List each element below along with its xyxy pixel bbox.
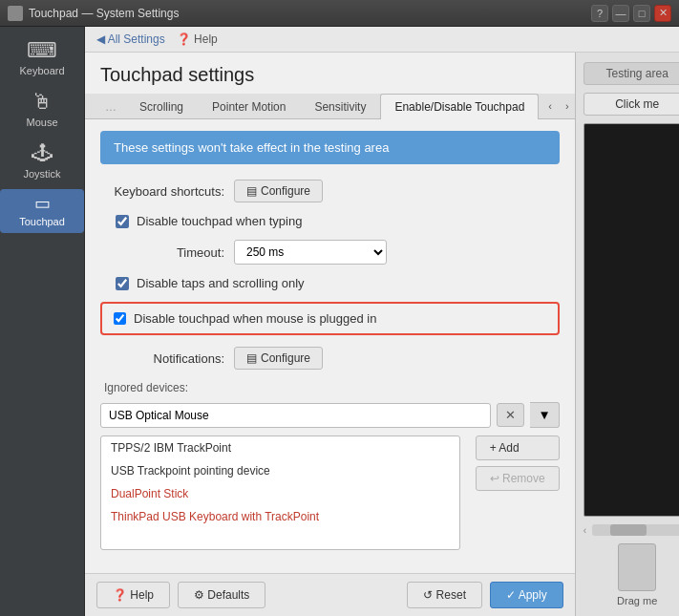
testing-panel: Testing area Click me ‹ › Drag me bbox=[575, 53, 679, 616]
testing-area-label: Testing area bbox=[584, 62, 679, 85]
disable-typing-row: Disable touchpad when typing bbox=[100, 214, 560, 228]
remove-device-btn[interactable]: ↩ Remove bbox=[476, 466, 560, 491]
horizontal-scrollbar[interactable] bbox=[592, 524, 679, 536]
list-item-usb-tp[interactable]: USB Trackpoint pointing device bbox=[101, 459, 459, 482]
settings-content: These settings won't take effect in the … bbox=[85, 119, 575, 573]
mouse-icon: 🖱 bbox=[32, 92, 53, 113]
page-title: Touchpad settings bbox=[85, 53, 575, 94]
joystick-icon: 🕹 bbox=[32, 143, 53, 164]
help-nav-button[interactable]: ❓ Help bbox=[177, 32, 218, 46]
drag-me-label: Drag me bbox=[617, 595, 657, 606]
timeout-row: Timeout: 250 ms bbox=[100, 240, 560, 265]
list-item-tpps2[interactable]: TPPS/2 IBM TrackPoint bbox=[101, 436, 459, 459]
drag-area: Drag me bbox=[617, 543, 657, 606]
sidebar-item-joystick[interactable]: 🕹 Joystick bbox=[0, 138, 84, 185]
tabs-container: … Scrolling Pointer Motion Sensitivity E… bbox=[85, 94, 575, 119]
maximize-button[interactable]: □ bbox=[633, 5, 650, 22]
testing-scroll-row: ‹ › bbox=[584, 524, 679, 536]
timeout-select[interactable]: 250 ms bbox=[234, 240, 387, 265]
clear-device-btn[interactable]: ✕ bbox=[497, 403, 524, 427]
device-list-area: TPPS/2 IBM TrackPoint USB Trackpoint poi… bbox=[100, 435, 560, 550]
keyboard-shortcuts-row: Keyboard shortcuts: ▤ Configure bbox=[100, 180, 560, 202]
list-item-dualpoint[interactable]: DualPoint Stick bbox=[101, 482, 459, 505]
help-titlebar-button[interactable]: ? bbox=[591, 5, 608, 22]
tab-next-arrow[interactable]: › bbox=[560, 96, 575, 116]
notifications-configure-label: Configure bbox=[261, 351, 310, 365]
device-input-row: ✕ ▼ bbox=[100, 402, 560, 428]
notifications-row: Notifications: ▤ Configure bbox=[100, 347, 560, 370]
scroll-left-arrow[interactable]: ‹ bbox=[584, 525, 586, 536]
sidebar: ⌨ Keyboard 🖱 Mouse 🕹 Joystick ▭ Touchpad bbox=[0, 27, 85, 616]
settings-panel: Touchpad settings … Scrolling Pointer Mo… bbox=[85, 53, 575, 616]
disable-mouse-checkbox[interactable] bbox=[114, 312, 126, 325]
titlebar-left: Touchpad — System Settings bbox=[8, 6, 179, 21]
scrollbar-thumb bbox=[610, 524, 647, 536]
disable-mouse-highlight-box: Disable touchpad when mouse is plugged i… bbox=[100, 302, 560, 335]
titlebar-controls: ? — □ ✕ bbox=[591, 5, 671, 22]
main-container: ⌨ Keyboard 🖱 Mouse 🕹 Joystick ▭ Touchpad… bbox=[0, 27, 679, 616]
titlebar-title: Touchpad — System Settings bbox=[29, 7, 179, 20]
config-icon: ▤ bbox=[246, 184, 257, 198]
titlebar: Touchpad — System Settings ? — □ ✕ bbox=[0, 0, 679, 27]
sidebar-item-keyboard[interactable]: ⌨ Keyboard bbox=[0, 34, 84, 82]
apply-btn[interactable]: ✓ Apply bbox=[490, 582, 563, 608]
keyboard-shortcuts-label: Keyboard shortcuts: bbox=[100, 184, 224, 199]
sidebar-item-touchpad[interactable]: ▭ Touchpad bbox=[0, 189, 84, 233]
ignored-devices-label: Ignored devices: bbox=[100, 381, 560, 394]
notifications-configure-btn[interactable]: ▤ Configure bbox=[234, 347, 323, 370]
content-area: ◀ All Settings ❓ Help Touchpad settings … bbox=[85, 27, 679, 616]
sidebar-label-keyboard: Keyboard bbox=[19, 65, 64, 76]
configure-btn-label: Configure bbox=[261, 184, 310, 198]
drag-me-widget[interactable] bbox=[618, 543, 656, 591]
notifications-label: Notifications: bbox=[100, 351, 224, 366]
notifications-config-icon: ▤ bbox=[246, 351, 257, 365]
touchpad-icon: ▭ bbox=[34, 195, 51, 212]
tab-prev-arrow[interactable]: ‹ bbox=[542, 96, 558, 116]
disable-taps-checkbox[interactable] bbox=[116, 277, 129, 290]
ignored-device-input[interactable] bbox=[100, 403, 491, 428]
tab-previous[interactable]: … bbox=[96, 94, 125, 119]
close-button[interactable]: ✕ bbox=[654, 5, 671, 22]
disable-taps-label: Disable taps and scrolling only bbox=[137, 276, 305, 290]
tab-pointer-motion[interactable]: Pointer Motion bbox=[198, 94, 300, 119]
sidebar-item-mouse[interactable]: 🖱 Mouse bbox=[0, 86, 84, 134]
defaults-btn[interactable]: ⚙ Defaults bbox=[178, 582, 265, 608]
device-dropdown-btn[interactable]: ▼ bbox=[530, 402, 559, 428]
minimize-button[interactable]: — bbox=[612, 5, 629, 22]
disable-mouse-label: Disable touchpad when mouse is plugged i… bbox=[134, 311, 376, 326]
reset-btn[interactable]: ↺ Reset bbox=[407, 582, 482, 608]
top-bar: ◀ All Settings ❓ Help bbox=[85, 27, 679, 53]
page-content: Touchpad settings … Scrolling Pointer Mo… bbox=[85, 53, 679, 616]
list-item-thinkpad[interactable]: ThinkPad USB Keyboard with TrackPoint bbox=[101, 505, 459, 528]
app-icon bbox=[8, 6, 23, 21]
tab-enable-disable[interactable]: Enable/Disable Touchpad bbox=[380, 94, 539, 119]
help-bottom-btn[interactable]: ❓ Help bbox=[96, 582, 170, 608]
device-action-buttons: + Add ↩ Remove bbox=[476, 435, 560, 491]
keyboard-icon: ⌨ bbox=[27, 40, 57, 61]
disable-typing-label: Disable touchpad when typing bbox=[137, 214, 302, 228]
device-list: TPPS/2 IBM TrackPoint USB Trackpoint poi… bbox=[100, 435, 460, 550]
click-me-button[interactable]: Click me bbox=[584, 93, 679, 116]
testing-canvas[interactable] bbox=[584, 123, 679, 517]
disable-taps-row: Disable taps and scrolling only bbox=[100, 276, 560, 290]
sidebar-label-touchpad: Touchpad bbox=[19, 216, 65, 227]
back-button[interactable]: ◀ All Settings bbox=[96, 32, 165, 46]
disable-typing-checkbox[interactable] bbox=[116, 215, 129, 228]
bottom-bar-right: ↺ Reset ✓ Apply bbox=[407, 582, 562, 608]
timeout-label: Timeout: bbox=[100, 245, 224, 260]
bottom-bar: ❓ Help ⚙ Defaults ↺ Reset ✓ Apply bbox=[85, 573, 575, 616]
tab-navigation: ‹ › bbox=[542, 96, 574, 116]
keyboard-shortcuts-configure-btn[interactable]: ▤ Configure bbox=[234, 180, 323, 202]
sidebar-label-mouse: Mouse bbox=[26, 117, 57, 128]
sidebar-label-joystick: Joystick bbox=[23, 168, 60, 180]
add-device-btn[interactable]: + Add bbox=[476, 435, 560, 460]
tab-scrolling[interactable]: Scrolling bbox=[125, 94, 198, 119]
info-banner: These settings won't take effect in the … bbox=[100, 131, 560, 164]
tab-sensitivity[interactable]: Sensitivity bbox=[300, 94, 380, 119]
